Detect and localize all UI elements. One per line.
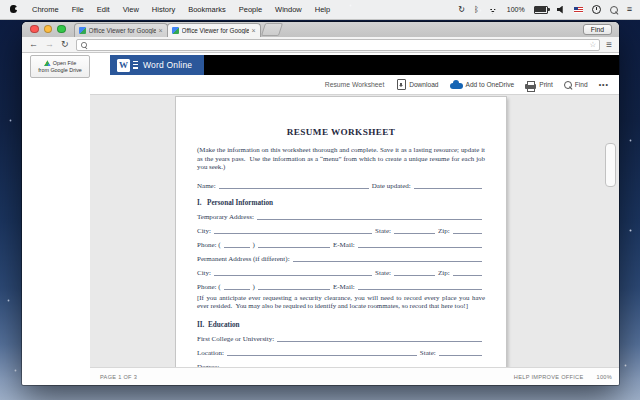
doc-line-para: (Make the information on this worksheet …	[197, 146, 485, 172]
field-label: E-Mail:	[333, 283, 355, 291]
menubar-item-edit[interactable]: Edit	[97, 5, 110, 14]
minimize-window-button[interactable]	[44, 25, 53, 34]
doc-page: RESUME WORKSHEET(Make the information on…	[175, 96, 507, 368]
volume-icon[interactable]	[557, 6, 565, 14]
doc-line-fields: Phone: ()E-Mail:	[197, 278, 485, 292]
blank-line	[439, 354, 482, 356]
tab-title: Office Viewer for Google D	[89, 27, 157, 34]
blank-line	[227, 354, 417, 356]
field-label: Location:	[197, 349, 224, 357]
viewer-toolbar: Resume Worksheet Download Add to OneDriv…	[90, 75, 619, 94]
battery-icon[interactable]	[534, 6, 548, 14]
doc-line-fields: Phone: ()E-Mail:	[197, 236, 485, 250]
chrome-menu-icon[interactable]: ≡	[606, 42, 612, 48]
browser-tabs: Office Viewer for Google D×Office Viewer…	[74, 22, 260, 37]
blank-line	[257, 218, 482, 220]
blank-line	[293, 260, 482, 262]
scrollbar-thumb[interactable]	[605, 143, 616, 187]
blank-line	[258, 288, 330, 290]
browser-tab-2[interactable]: Office Viewer for Google D×	[167, 23, 261, 37]
field-label: State:	[375, 227, 391, 235]
menubar-item-view[interactable]: View	[123, 5, 139, 14]
sync-icon[interactable]: ↻	[458, 6, 465, 14]
window-controls	[30, 25, 66, 34]
clock-icon[interactable]	[592, 5, 601, 14]
zoom-window-button[interactable]	[57, 25, 66, 34]
blank-line	[453, 232, 482, 234]
doc-line-heading: II. Education	[197, 316, 485, 330]
close-window-button[interactable]	[30, 25, 39, 34]
apple-icon	[10, 5, 17, 13]
field-label: Phone: (	[197, 283, 221, 291]
field-label: E-Mail:	[333, 241, 355, 249]
help-improve-office-link[interactable]: HELP IMPROVE OFFICE	[514, 374, 584, 380]
forward-button[interactable]: →	[45, 40, 54, 49]
field-label: Phone: (	[197, 241, 221, 249]
viewer-header: W Word Online	[90, 55, 619, 75]
spotlight-search-icon[interactable]	[610, 6, 618, 14]
find-in-doc-button[interactable]: Find	[564, 81, 588, 89]
open-file-from-drive-button[interactable]: Open File from Google Drive	[30, 55, 90, 78]
macos-menubar: ChromeFileEditViewHistoryBookmarksPeople…	[0, 0, 640, 20]
omnibox[interactable]: ☆	[76, 39, 601, 51]
print-button[interactable]: Print	[525, 81, 553, 89]
field-label: State:	[375, 269, 391, 277]
input-language-flag-icon[interactable]	[574, 7, 583, 13]
menubar-item-people[interactable]: People	[239, 5, 262, 14]
field-label: City:	[197, 269, 211, 277]
field-label: Permanent Address (if different):	[197, 255, 290, 263]
more-options-button[interactable]: •••	[599, 81, 609, 88]
battery-percentage: 100%	[507, 6, 525, 13]
add-to-onedrive-button[interactable]: Add to OneDrive	[450, 80, 515, 89]
apple-menu[interactable]	[10, 5, 19, 15]
word-logo-lines-icon	[133, 61, 138, 70]
blank-line	[258, 246, 330, 248]
download-button[interactable]: Download	[397, 79, 438, 90]
doc-line-fields: Name:Date updated:	[197, 177, 485, 191]
menubar-item-help[interactable]: Help	[315, 5, 330, 14]
onedrive-cloud-icon	[450, 83, 463, 89]
menubar-item-history[interactable]: History	[152, 5, 175, 14]
doc-line-heading: I. Personal Information	[197, 194, 485, 208]
menubar-item-file[interactable]: File	[72, 5, 84, 14]
back-button[interactable]: ←	[29, 40, 38, 49]
find-button[interactable]: Find	[583, 24, 612, 35]
document-canvas: RESUME WORKSHEET(Make the information on…	[90, 94, 619, 368]
tab-close-icon[interactable]: ×	[251, 27, 255, 34]
new-tab-button[interactable]	[260, 23, 282, 36]
drive-button-line1: Open File	[53, 60, 76, 67]
viewer-statusbar: PAGE 1 OF 3 HELP IMPROVE OFFICE 100%	[90, 367, 619, 385]
notification-center-icon[interactable]: ≡	[627, 7, 632, 12]
word-online-brand[interactable]: W Word Online	[110, 55, 204, 75]
menubar-item-window[interactable]: Window	[275, 5, 302, 14]
tab-close-icon[interactable]: ×	[158, 27, 162, 34]
drive-button-line2: from Google Drive	[38, 67, 82, 74]
address-input[interactable]	[91, 41, 590, 49]
omnibox-search-icon	[81, 42, 87, 48]
browser-tab-1[interactable]: Office Viewer for Google D×	[74, 23, 168, 37]
field-label: )	[253, 283, 255, 291]
field-label: Name:	[197, 182, 216, 190]
field-label: City:	[197, 227, 211, 235]
doc-line-fields: Temporary Address:	[197, 208, 485, 222]
doc-body: RESUME WORKSHEET(Make the information on…	[176, 97, 506, 368]
header-gap	[90, 55, 110, 75]
menubar-app-menus: ChromeFileEditViewHistoryBookmarksPeople…	[10, 5, 330, 15]
doc-line-fields: Location:State:	[197, 344, 485, 358]
header-black-bar	[204, 55, 619, 75]
menubar-status-icons: ↻ ᛒ 100% ≡	[458, 5, 632, 14]
blank-line	[224, 246, 250, 248]
blank-line	[414, 187, 482, 189]
zoom-level[interactable]: 100%	[596, 374, 612, 380]
reload-button[interactable]: ↻	[61, 40, 69, 49]
blank-line	[277, 340, 482, 342]
menubar-item-bookmarks[interactable]: Bookmarks	[188, 5, 226, 14]
blank-line	[453, 274, 482, 276]
bluetooth-icon[interactable]: ᛒ	[474, 6, 479, 14]
wifi-icon[interactable]	[488, 6, 498, 14]
blank-line	[219, 187, 369, 189]
browser-window: Office Viewer for Google D×Office Viewer…	[22, 22, 619, 385]
bookmark-star-icon[interactable]: ☆	[589, 40, 596, 49]
menubar-item-chrome[interactable]: Chrome	[32, 5, 59, 14]
blank-line	[358, 288, 482, 290]
